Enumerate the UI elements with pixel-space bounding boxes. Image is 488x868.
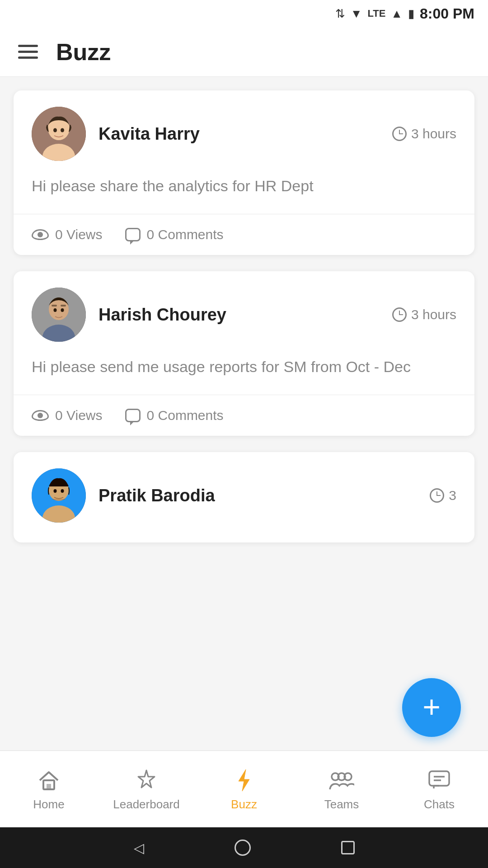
nav-label-leaderboard: Leaderboard <box>113 797 179 811</box>
back-button[interactable]: ◁ <box>134 840 144 856</box>
views-label-2: 0 Views <box>55 408 103 423</box>
author-name-1: Kavita Harry <box>99 124 200 144</box>
comment-icon-2 <box>125 409 141 422</box>
fab-add-button[interactable]: + <box>402 678 461 737</box>
author-name-2: Harish Chourey <box>99 305 226 325</box>
card-author-1: Kavita Harry <box>32 107 200 161</box>
avatar-kavita-harry <box>32 107 86 161</box>
nav-item-home[interactable]: Home <box>0 760 98 819</box>
svg-marker-22 <box>239 769 249 791</box>
home-button[interactable] <box>235 840 251 856</box>
svg-point-17 <box>54 489 57 493</box>
clock-icon-2 <box>392 307 407 322</box>
nav-label-buzz: Buzz <box>231 797 257 811</box>
nav-item-leaderboard[interactable]: Leaderboard <box>98 760 195 819</box>
card-footer-2: 0 Views 0 Comments <box>14 395 474 436</box>
card-footer-1: 0 Views 0 Comments <box>14 214 474 255</box>
comments-label-1: 0 Comments <box>147 227 224 242</box>
eye-icon-2 <box>32 410 49 421</box>
top-bar: Buzz <box>0 27 488 77</box>
hamburger-menu-button[interactable] <box>18 45 38 59</box>
views-label-1: 0 Views <box>55 227 103 242</box>
status-icons: ⇅ ▼ LTE ▲ ▮ 8:00 PM <box>335 5 474 22</box>
main-content: Kavita Harry 3 hours Hi please share the… <box>0 77 488 750</box>
clock-icon-3 <box>430 488 444 503</box>
nav-item-buzz[interactable]: Buzz <box>195 760 293 819</box>
home-icon <box>35 767 62 794</box>
card-time-1: 3 hours <box>392 126 456 142</box>
system-nav-bar: ◁ <box>0 827 488 868</box>
card-author-2: Harish Chourey <box>32 288 226 342</box>
card-message-1: Hi please share the analytics for HR Dep… <box>14 170 474 214</box>
comments-label-2: 0 Comments <box>147 408 224 423</box>
comment-icon-1 <box>125 228 141 241</box>
clock-icon-1 <box>392 127 407 141</box>
wifi-icon: ▼ <box>351 7 362 21</box>
svg-point-4 <box>53 128 57 132</box>
time-label-1: 3 hours <box>411 126 456 142</box>
card-author-3: Pratik Barodia <box>32 468 215 523</box>
nav-label-chats: Chats <box>424 797 455 811</box>
svg-point-10 <box>54 308 57 312</box>
comments-stat-1: 0 Comments <box>125 227 224 242</box>
card-time-2: 3 hours <box>392 307 456 322</box>
leaderboard-icon <box>133 767 160 794</box>
status-bar: ⇅ ▼ LTE ▲ ▮ 8:00 PM <box>0 0 488 27</box>
svg-point-11 <box>61 308 64 312</box>
nav-label-teams: Teams <box>324 797 359 811</box>
battery-icon: ▮ <box>408 7 414 21</box>
svg-rect-13 <box>61 305 66 307</box>
data-icon: ⇅ <box>335 7 345 21</box>
time-label-3: 3 <box>449 488 456 503</box>
card-header-1: Kavita Harry 3 hours <box>14 90 474 170</box>
post-card-3[interactable]: Pratik Barodia 3 <box>14 452 474 542</box>
card-header-2: Harish Chourey 3 hours <box>14 271 474 351</box>
nav-label-home: Home <box>33 797 64 811</box>
fab-plus-icon: + <box>422 691 441 722</box>
time-label-2: 3 hours <box>411 307 456 322</box>
bottom-nav: Home Leaderboard Buzz Teams <box>0 750 488 827</box>
hamburger-line-1 <box>18 45 38 47</box>
recents-button[interactable] <box>341 841 355 854</box>
chats-icon <box>426 767 453 794</box>
author-name-3: Pratik Barodia <box>99 486 215 505</box>
page-title: Buzz <box>56 38 111 66</box>
card-header-3: Pratik Barodia 3 <box>14 452 474 532</box>
card-message-2: Hi please send me usage reports for SM f… <box>14 351 474 395</box>
svg-rect-20 <box>47 784 51 789</box>
svg-point-5 <box>61 128 64 132</box>
buzz-icon <box>230 767 258 794</box>
comments-stat-2: 0 Comments <box>125 408 224 423</box>
svg-point-18 <box>61 489 64 493</box>
views-stat-2: 0 Views <box>32 408 103 423</box>
card-time-3: 3 <box>430 488 456 503</box>
svg-marker-21 <box>138 770 155 788</box>
status-time: 8:00 PM <box>420 5 474 22</box>
views-stat-1: 0 Views <box>32 227 103 242</box>
avatar-pratik-barodia <box>32 468 86 523</box>
avatar-harish-chourey <box>32 288 86 342</box>
post-card-2[interactable]: Harish Chourey 3 hours Hi please send me… <box>14 271 474 436</box>
eye-icon-1 <box>32 229 49 240</box>
svg-rect-12 <box>52 305 57 307</box>
hamburger-line-3 <box>18 57 38 59</box>
teams-icon <box>328 767 355 794</box>
nav-item-teams[interactable]: Teams <box>293 760 390 819</box>
svg-rect-26 <box>429 771 449 786</box>
nav-item-chats[interactable]: Chats <box>390 760 488 819</box>
lte-label: LTE <box>367 8 385 19</box>
post-card-1[interactable]: Kavita Harry 3 hours Hi please share the… <box>14 90 474 255</box>
hamburger-line-2 <box>18 51 38 53</box>
signal-icon: ▲ <box>391 7 403 21</box>
